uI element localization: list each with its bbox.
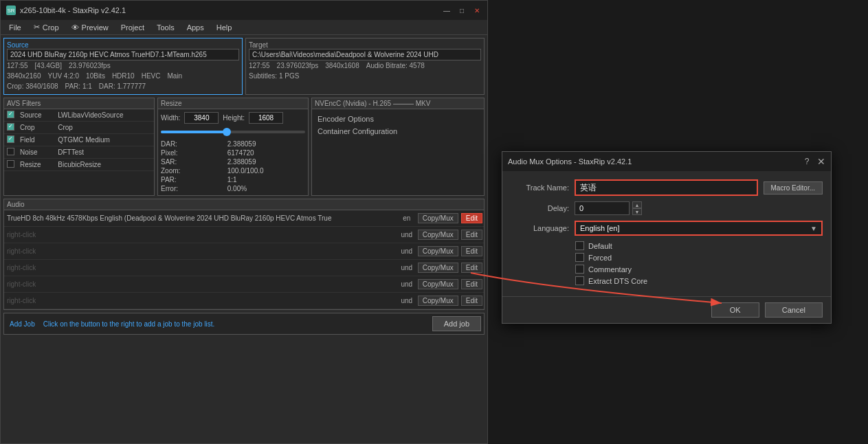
audio-row[interactable]: right-click und Copy/Mux Edit bbox=[4, 276, 484, 293]
menu-file[interactable]: File bbox=[3, 22, 27, 33]
avs-filter-row[interactable]: Field QTGMC Medium bbox=[4, 134, 154, 146]
audio-action-button[interactable]: Copy/Mux bbox=[418, 246, 458, 256]
audio-edit-button[interactable]: Edit bbox=[461, 246, 482, 256]
audio-edit-button[interactable]: Edit bbox=[461, 296, 482, 306]
target-section: Target C:\Users\Bai\Videos\media\Deadpoo… bbox=[245, 38, 485, 95]
minimize-button[interactable]: — bbox=[442, 5, 452, 15]
main-content: Source 2024 UHD BluRay 2160p HEVC Atmos … bbox=[1, 35, 487, 337]
audio-row[interactable]: TrueHD 8ch 48kHz 4578Kbps English (Deadp… bbox=[4, 210, 484, 227]
slider-fill bbox=[161, 131, 226, 133]
ok-button[interactable]: OK bbox=[711, 302, 759, 318]
commentary-checkbox[interactable] bbox=[575, 265, 584, 274]
avs-filter-row[interactable]: Source LWLibavVideoSource bbox=[4, 109, 154, 122]
audio-action-button[interactable]: Copy/Mux bbox=[418, 296, 458, 306]
track-name-label: Track Name: bbox=[511, 184, 569, 192]
audio-row[interactable]: right-click und Copy/Mux Edit bbox=[4, 293, 484, 309]
avs-checkbox[interactable] bbox=[7, 123, 14, 131]
add-job-button[interactable]: Add job bbox=[432, 316, 481, 331]
language-select[interactable]: English [en] Undetermined [und] French [… bbox=[576, 222, 821, 234]
avs-checkbox[interactable] bbox=[7, 111, 14, 118]
audio-edit-button[interactable]: Edit bbox=[461, 230, 482, 240]
eye-icon: 👁 bbox=[71, 23, 79, 32]
audio-track-name: right-click bbox=[4, 263, 397, 273]
source-section: Source 2024 UHD BluRay 2160p HEVC Atmos … bbox=[3, 38, 243, 95]
target-res: 3840x1608 bbox=[325, 62, 359, 69]
audio-row[interactable]: right-click und Copy/Mux Edit bbox=[4, 260, 484, 276]
source-duration: 127:55 bbox=[7, 62, 28, 69]
audio-row[interactable]: right-click und Copy/Mux Edit bbox=[4, 227, 484, 243]
source-profile: Main bbox=[167, 72, 182, 80]
menu-preview[interactable]: 👁 Preview bbox=[66, 22, 114, 33]
default-checkbox[interactable] bbox=[575, 241, 584, 250]
avs-checkbox[interactable] bbox=[7, 148, 14, 155]
avs-filter-row[interactable]: Noise DFTTest bbox=[4, 146, 154, 159]
sar-value: 2.388059 bbox=[227, 158, 305, 166]
delay-row: Delay: ▲ ▼ bbox=[511, 201, 823, 215]
target-audio: Audio Bitrate: 4578 bbox=[366, 62, 425, 69]
forced-checkbox[interactable] bbox=[575, 253, 584, 262]
audio-track-name: right-click bbox=[4, 246, 397, 256]
source-filename[interactable]: 2024 UHD BluRay 2160p HEVC Atmos TrueHD7… bbox=[7, 49, 239, 60]
avs-filter-row[interactable]: Crop Crop bbox=[4, 122, 154, 134]
encoder-options-label[interactable]: Encoder Options bbox=[318, 115, 478, 123]
macro-editor-button[interactable]: Macro Editor... bbox=[764, 181, 823, 195]
menu-apps[interactable]: Apps bbox=[181, 22, 210, 33]
avs-filter-value: LWLibavVideoSource bbox=[55, 109, 154, 122]
audio-edit-button[interactable]: Edit bbox=[461, 263, 482, 273]
avs-checkbox[interactable] bbox=[7, 160, 14, 168]
target-info-1: 127:55 23.976023fps 3840x1608 Audio Bitr… bbox=[249, 60, 481, 71]
audio-action-button[interactable]: Copy/Mux bbox=[418, 230, 458, 240]
width-input[interactable] bbox=[184, 112, 219, 124]
audio-action-button[interactable]: Copy/Mux bbox=[418, 279, 458, 289]
maximize-button[interactable]: □ bbox=[457, 5, 467, 15]
dialog-controls: ? ✕ bbox=[802, 156, 825, 167]
window-title: x265-10bit-4k - StaxRip v2.42.1 bbox=[20, 6, 126, 14]
resize-slider[interactable] bbox=[161, 126, 305, 137]
avs-checkbox[interactable] bbox=[7, 135, 14, 143]
dialog-close-button[interactable]: ✕ bbox=[817, 156, 825, 167]
avs-filters-panel: AVS Filters Source LWLibavVideoSource Cr… bbox=[3, 98, 155, 196]
avs-filter-row[interactable]: Resize BicubicResize bbox=[4, 159, 154, 171]
audio-track-name: right-click bbox=[4, 296, 397, 306]
source-res: 3840x2160 bbox=[7, 72, 41, 80]
menu-help[interactable]: Help bbox=[211, 22, 238, 33]
audio-track-name: right-click bbox=[4, 279, 397, 289]
dar-label: DAR: bbox=[161, 140, 222, 148]
audio-action-button[interactable]: Copy/Mux bbox=[418, 263, 458, 273]
add-job-label: Add Job bbox=[7, 319, 38, 329]
delay-up-button[interactable]: ▲ bbox=[632, 201, 642, 208]
source-label: Source bbox=[7, 41, 239, 49]
delay-down-button[interactable]: ▼ bbox=[632, 208, 642, 215]
close-button[interactable]: ✕ bbox=[472, 5, 482, 15]
cancel-button[interactable]: Cancel bbox=[765, 302, 823, 318]
language-select-wrapper[interactable]: English [en] Undetermined [und] French [… bbox=[575, 221, 823, 236]
source-fps: 23.976023fps bbox=[69, 62, 111, 69]
source-cs: YUV 4:2:0 bbox=[48, 72, 80, 80]
slider-thumb[interactable] bbox=[223, 128, 231, 136]
audio-edit-button[interactable]: Edit bbox=[461, 213, 482, 223]
track-name-input[interactable] bbox=[575, 179, 758, 196]
source-target-area: Source 2024 UHD BluRay 2160p HEVC Atmos … bbox=[3, 38, 485, 95]
audio-row[interactable]: right-click und Copy/Mux Edit bbox=[4, 243, 484, 260]
menu-preview-label: Preview bbox=[82, 23, 109, 32]
encoder-container-label[interactable]: Container Configuration bbox=[318, 127, 478, 135]
delay-input[interactable] bbox=[575, 201, 630, 215]
height-input[interactable] bbox=[249, 112, 283, 124]
menu-crop[interactable]: ✂ Crop bbox=[28, 21, 65, 33]
target-path[interactable]: C:\Users\Bai\Videos\media\Deadpool & Wol… bbox=[249, 49, 481, 60]
audio-header: Audio bbox=[4, 199, 484, 210]
target-subs: Subtitles: 1 PGS bbox=[249, 72, 299, 80]
width-label: Width: bbox=[161, 114, 180, 122]
audio-lang: und bbox=[397, 297, 416, 304]
extract-dts-checkbox[interactable] bbox=[575, 276, 584, 285]
menu-project[interactable]: Project bbox=[115, 22, 150, 33]
audio-edit-button[interactable]: Edit bbox=[461, 279, 482, 289]
menu-tools[interactable]: Tools bbox=[151, 22, 180, 33]
dialog-help-button[interactable]: ? bbox=[802, 157, 812, 166]
audio-action-button[interactable]: Copy/Mux bbox=[418, 213, 458, 223]
audio-lang: und bbox=[397, 231, 416, 238]
extract-dts-row: Extract DTS Core bbox=[575, 276, 823, 285]
add-job-hint: Click on the button to the right to add … bbox=[43, 320, 427, 328]
default-label: Default bbox=[588, 242, 612, 250]
avs-filter-name: Resize bbox=[17, 159, 55, 171]
